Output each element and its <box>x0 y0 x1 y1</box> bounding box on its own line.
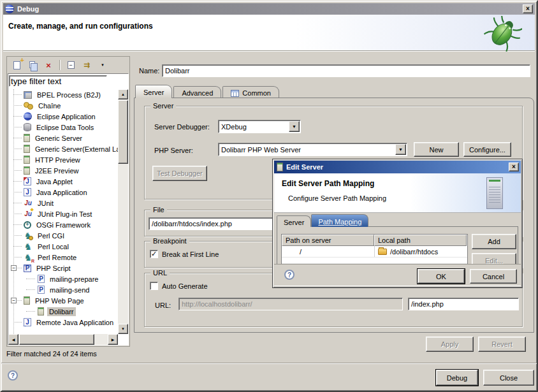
tree-item-perl-remote[interactable]: ♞Perl Remote <box>8 252 118 263</box>
chevron-down-icon[interactable]: ▼ <box>395 144 406 155</box>
server-debugger-select[interactable]: XDebug ▼ <box>218 120 301 133</box>
configure-server-button[interactable]: Configure... <box>463 142 511 157</box>
tree-item-php-web-page[interactable]: −PHP Web Page <box>8 295 118 306</box>
scroll-up-icon[interactable]: ▲ <box>118 89 128 99</box>
tree-item-junit-plug-in-test[interactable]: JuJUnit Plug-in Test <box>8 208 118 219</box>
dialog-tab-server[interactable]: Server <box>277 215 311 227</box>
tab-common[interactable]: Common <box>222 86 279 98</box>
file-group-label: File <box>150 206 167 214</box>
mapping-row[interactable]: //dolibarr/htdocs <box>282 246 467 258</box>
base-url-input[interactable]: http://localhostdolibarr/ <box>178 298 403 310</box>
filter-launch-configurations-icon[interactable]: ⇉ <box>82 60 92 70</box>
tree-item-perl-cgi[interactable]: ♞Perl CGI <box>8 230 118 241</box>
duplicate-configuration-icon[interactable] <box>27 60 38 70</box>
break-first-line-checkbox[interactable]: ✓ Break at First Line <box>150 250 219 258</box>
dialog-title: Edit Server <box>286 163 323 171</box>
server-icon <box>24 156 30 164</box>
tree-item-label: Perl CGI <box>36 231 66 240</box>
perlr-icon: ♞ <box>24 253 33 262</box>
applet-icon: J <box>24 177 31 185</box>
tree-item-dolibarr[interactable]: Dolibarr <box>8 306 118 317</box>
empty-table-row <box>282 258 467 264</box>
scroll-left-icon[interactable]: ◀ <box>8 334 18 345</box>
column-path-on-server[interactable]: Path on server <box>282 235 374 246</box>
name-input[interactable]: Dolibarr <box>162 64 530 77</box>
tree-item-perl-local[interactable]: ♞Perl Local <box>8 241 118 252</box>
tree-item-remote-java-application[interactable]: JRemote Java Application <box>8 317 118 328</box>
tree-item-label: Remote Java Application <box>34 318 115 327</box>
url-group-label: URL <box>150 269 170 277</box>
eclipse-logo-icon <box>5 4 14 13</box>
filter-input[interactable] <box>9 75 107 87</box>
vertical-scroll-thumb[interactable] <box>118 100 128 164</box>
url-path-input[interactable]: /index.php <box>408 298 519 310</box>
tree-item-junit[interactable]: JuJUnit <box>8 198 118 208</box>
path-mapping-table: Path on server Local path //dolibarr/htd… <box>281 234 468 265</box>
scroll-down-icon[interactable]: ▼ <box>118 324 128 334</box>
collapse-all-icon[interactable]: − <box>66 60 76 70</box>
configurations-treebox: BPEL Process (B2J)ChaîneEclipse Applicat… <box>8 73 129 345</box>
tree-item-label: mailing-send <box>48 286 91 294</box>
footer-separator <box>1 363 537 364</box>
checkbox-unchecked-icon[interactable] <box>150 282 158 290</box>
dialog-close-button[interactable]: × <box>509 163 519 171</box>
help-icon[interactable]: ? <box>8 370 18 381</box>
auto-generate-checkbox[interactable]: Auto Generate <box>150 282 208 290</box>
new-server-button[interactable]: New <box>414 142 459 157</box>
ok-button[interactable]: OK <box>418 269 465 284</box>
tree-item-label: Eclipse Data Tools <box>34 123 96 132</box>
tab-advanced[interactable]: Advanced <box>173 86 221 98</box>
column-local-path[interactable]: Local path <box>374 235 467 246</box>
tree-item-eclipse-application[interactable]: Eclipse Application <box>8 111 118 122</box>
revert-button[interactable]: Revert <box>478 337 526 352</box>
test-debugger-button[interactable]: Test Debugger <box>152 166 207 181</box>
collapse-toggle-icon[interactable]: − <box>11 265 17 271</box>
window-close-button[interactable]: × <box>523 4 533 13</box>
break-first-line-label: Break at First Line <box>162 250 219 258</box>
tree-item-bpel-process-b2j[interactable]: BPEL Process (B2J) <box>8 89 118 100</box>
dialog-titlebar[interactable]: Edit Server × <box>274 161 521 173</box>
tree-item-eclipse-data-tools[interactable]: Eclipse Data Tools <box>8 122 118 133</box>
checkbox-checked-icon[interactable]: ✓ <box>150 250 158 258</box>
dialog-help-icon[interactable]: ? <box>284 270 294 280</box>
add-mapping-button[interactable]: Add <box>472 234 516 249</box>
horizontal-scroll-thumb[interactable] <box>19 334 94 345</box>
tab-server[interactable]: Server <box>135 85 172 98</box>
close-button[interactable]: Close <box>483 370 534 386</box>
tree-item-j2ee-preview[interactable]: J2EE Preview <box>8 165 118 176</box>
delete-configuration-icon[interactable]: × <box>43 60 54 70</box>
scroll-right-icon[interactable]: ▶ <box>108 334 118 345</box>
db-icon <box>24 123 31 131</box>
collapse-toggle-icon[interactable]: − <box>11 298 17 303</box>
tree-item-generic-server-external-la[interactable]: Generic Server(External La <box>8 143 118 154</box>
server-group-label: Server <box>150 102 176 110</box>
configurations-tree: BPEL Process (B2J)ChaîneEclipse Applicat… <box>8 89 118 334</box>
dialog-tab-path-mapping[interactable]: Path Mapping <box>311 214 368 227</box>
tree-item-generic-server[interactable]: Generic Server <box>8 133 118 143</box>
debug-button[interactable]: Debug <box>436 370 478 386</box>
apply-button[interactable]: Apply <box>426 337 474 352</box>
tree-item-mailing-prepare[interactable]: Pmailing-prepare <box>8 273 118 284</box>
tree-item-cha-ne[interactable]: Chaîne <box>8 100 118 111</box>
new-launch-configuration-icon[interactable] <box>11 60 22 70</box>
dialog-header-title: Edit Server Path Mapping <box>282 179 374 188</box>
tree-item-http-preview[interactable]: HTTP Preview <box>8 154 118 165</box>
menu-dropdown-icon[interactable]: ▼ <box>98 60 108 70</box>
php-server-select[interactable]: Dolibarr PHP Web Server ▼ <box>218 143 407 156</box>
phpf-icon: P <box>38 286 45 294</box>
chevron-down-icon[interactable]: ▼ <box>289 121 300 132</box>
debug-configurations-window: Debug × Create, manage, and run configur… <box>0 0 538 392</box>
tree-item-label: Perl Remote <box>36 253 78 262</box>
breakpoint-group-label: Breakpoint <box>150 237 189 245</box>
banner: Create, manage, and run configurations <box>3 15 535 51</box>
cancel-button[interactable]: Cancel <box>470 269 517 284</box>
window-titlebar[interactable]: Debug × <box>3 3 535 15</box>
tree-vertical-scrollbar[interactable]: ▲ ▼ <box>118 89 128 334</box>
tree-item-php-script[interactable]: −PPHP Script <box>8 263 118 273</box>
tree-horizontal-scrollbar[interactable]: ◀ ▶ <box>8 334 118 345</box>
tree-item-mailing-send[interactable]: Pmailing-send <box>8 284 118 295</box>
tree-item-java-application[interactable]: JJava Application <box>8 187 118 198</box>
tree-item-osgi-framework[interactable]: +OSGi Framework <box>8 219 118 230</box>
tree-item-java-applet[interactable]: JJava Applet <box>8 176 118 187</box>
tree-item-label: BPEL Process (B2J) <box>35 91 103 99</box>
